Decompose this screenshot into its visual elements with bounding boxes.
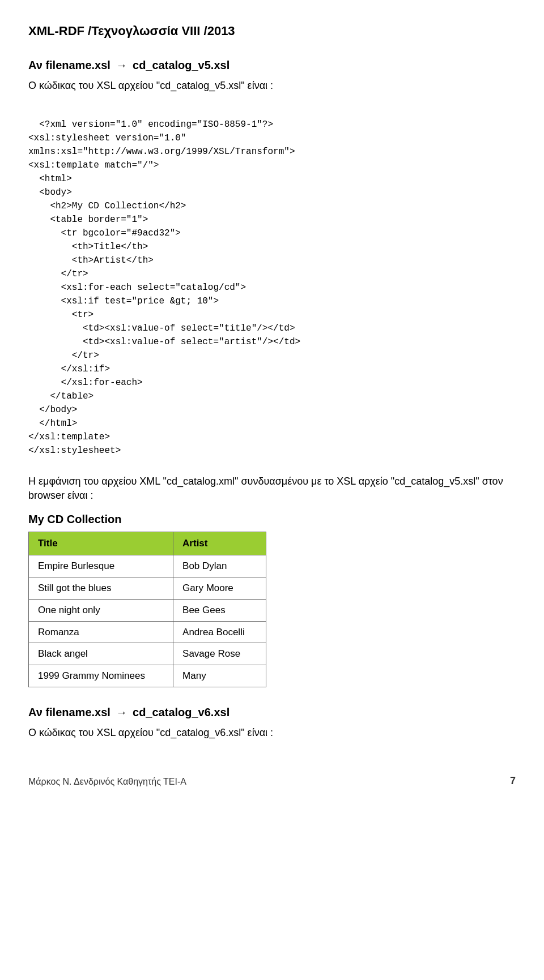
- footer: Μάρκος Ν. Δενδρινός Καθηγητής ΤΕΙ-Α 7: [28, 774, 516, 788]
- filename-value: cd_catalog_v5.xsl: [133, 59, 230, 71]
- code-block: <?xml version="1.0" encoding="ISO-8859-1…: [28, 104, 516, 457]
- page-header: XML-RDF /Τεχνογλωσσία VIII /2013: [28, 23, 516, 40]
- page-number: 7: [510, 774, 516, 788]
- table-row: RomanzaAndrea Bocelli: [29, 621, 266, 643]
- cd-collection-title: My CD Collection: [28, 511, 516, 527]
- table-row: 1999 Grammy NomineesMany: [29, 665, 266, 687]
- cell-title: 1999 Grammy Nominees: [29, 665, 173, 687]
- section3-filename-label: Αν filename.xsl: [28, 706, 110, 718]
- table-row: One night onlyBee Gees: [29, 599, 266, 621]
- filename-label: Αν filename.xsl: [28, 59, 110, 71]
- table-row: Still got the bluesGary Moore: [29, 577, 266, 599]
- description-text: Η εμφάνιση του αρχείου XML "cd_catalog.x…: [28, 476, 503, 501]
- page-title: XML-RDF /Τεχνογλωσσία VIII /2013: [28, 24, 235, 38]
- cell-artist: Bee Gees: [173, 599, 266, 621]
- cell-artist: Bob Dylan: [173, 555, 266, 577]
- section3-intro: Ο κώδικας του XSL αρχείου "cd_catalog_v6…: [28, 726, 516, 740]
- section1-intro: Ο κώδικας του XSL αρχείου "cd_catalog_v5…: [28, 79, 516, 93]
- cell-artist: Gary Moore: [173, 577, 266, 599]
- cell-title: Empire Burlesque: [29, 555, 173, 577]
- cell-title: Still got the blues: [29, 577, 173, 599]
- cd-table-body: Empire BurlesqueBob DylanStill got the b…: [29, 555, 266, 687]
- cell-title: One night only: [29, 599, 173, 621]
- cell-title: Black angel: [29, 643, 173, 665]
- collection-title-text: My CD Collection: [28, 513, 121, 525]
- table-row: Empire BurlesqueBob Dylan: [29, 555, 266, 577]
- section3-filename-value: cd_catalog_v6.xsl: [133, 706, 230, 718]
- cell-title: Romanza: [29, 621, 173, 643]
- cell-artist: Many: [173, 665, 266, 687]
- section3-arrow-icon: →: [116, 704, 127, 720]
- cell-artist: Andrea Bocelli: [173, 621, 266, 643]
- code-content: <?xml version="1.0" encoding="ISO-8859-1…: [28, 119, 300, 456]
- col-artist: Artist: [173, 532, 266, 555]
- intro-text: Ο κώδικας του XSL αρχείου "cd_catalog_v5…: [28, 80, 273, 91]
- section3-intro-text: Ο κώδικας του XSL αρχείου "cd_catalog_v6…: [28, 727, 273, 738]
- cd-table-header-row: Title Artist: [29, 532, 266, 555]
- arrow-icon: →: [116, 57, 127, 73]
- author-name: Μάρκος Ν. Δενδρινός Καθηγητής ΤΕΙ-Α: [28, 776, 186, 788]
- section1-filename: Αν filename.xsl → cd_catalog_v5.xsl: [28, 57, 516, 73]
- cd-table-head: Title Artist: [29, 532, 266, 555]
- cell-artist: Savage Rose: [173, 643, 266, 665]
- section3-filename: Αν filename.xsl → cd_catalog_v6.xsl: [28, 704, 516, 720]
- col-title: Title: [29, 532, 173, 555]
- cd-table: Title Artist Empire BurlesqueBob DylanSt…: [28, 532, 266, 687]
- section2-description: Η εμφάνιση του αρχείου XML "cd_catalog.x…: [28, 474, 516, 503]
- table-row: Black angelSavage Rose: [29, 643, 266, 665]
